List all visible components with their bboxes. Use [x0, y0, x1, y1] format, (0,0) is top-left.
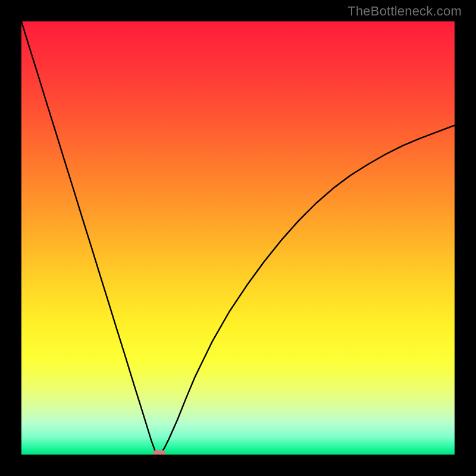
chart-svg	[21, 21, 455, 455]
attribution-label: TheBottleneck.com	[347, 4, 462, 19]
optimal-point-marker	[153, 450, 166, 455]
chart-canvas: TheBottleneck.com	[0, 0, 476, 476]
plot-area	[21, 21, 455, 455]
gradient-background	[21, 21, 455, 455]
